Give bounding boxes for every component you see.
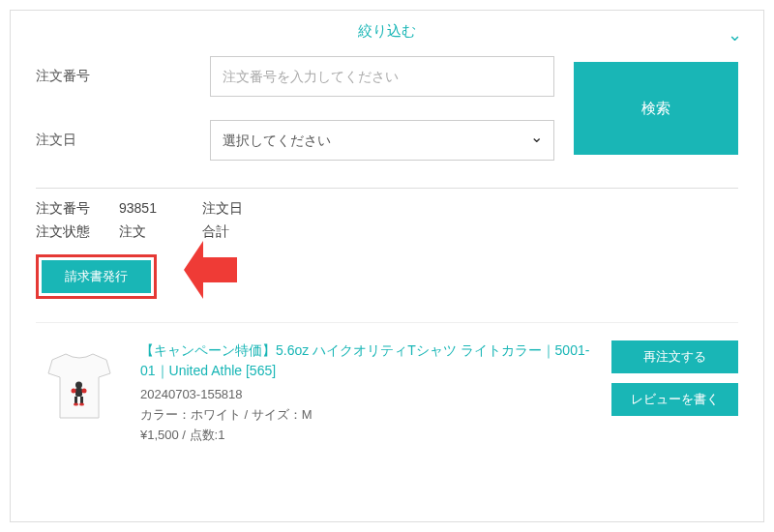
svg-point-7 <box>74 403 78 406</box>
order-date-meta-value <box>285 200 363 218</box>
order-number-meta-value: 93851 <box>119 200 196 218</box>
svg-point-4 <box>82 389 87 394</box>
svg-point-8 <box>79 403 84 406</box>
item-actions: 再注文する レビューを書く <box>611 340 738 416</box>
svg-point-3 <box>72 389 76 394</box>
search-button[interactable]: 検索 <box>574 62 738 155</box>
svg-rect-5 <box>74 397 77 403</box>
item-spec: カラー：ホワイト / サイズ：M <box>140 405 594 426</box>
item-price-qty: ¥1,500 / 点数:1 <box>140 426 594 446</box>
order-date-label: 注文日 <box>36 132 191 149</box>
order-date-select[interactable]: 選択してください <box>210 120 554 161</box>
reorder-button[interactable]: 再注文する <box>611 340 738 373</box>
invoice-button[interactable]: 請求書発行 <box>42 260 151 293</box>
svg-point-1 <box>75 382 82 389</box>
review-button[interactable]: レビューを書く <box>611 383 738 416</box>
divider <box>36 188 738 189</box>
order-meta: 注文番号 93851 注文日 注文状態 注文 合計 <box>11 200 763 254</box>
order-number-meta-label: 注文番号 <box>36 200 113 218</box>
svg-rect-2 <box>75 388 82 397</box>
item-title-link[interactable]: 【キャンペーン特価】5.6oz ハイクオリティTシャツ ライトカラー｜5001-… <box>140 340 594 381</box>
svg-rect-6 <box>80 397 83 403</box>
order-item: 【キャンペーン特価】5.6oz ハイクオリティTシャツ ライトカラー｜5001-… <box>11 340 763 445</box>
divider <box>36 322 738 323</box>
filter-title: 絞り込む <box>358 22 416 39</box>
order-number-label: 注文番号 <box>36 68 191 85</box>
total-meta-value <box>285 223 363 241</box>
order-number-input[interactable] <box>210 56 554 97</box>
filter-header: 絞り込む ⌄ <box>11 11 763 46</box>
invoice-section: 請求書発行 <box>11 254 763 316</box>
status-meta-value: 注文 <box>119 223 196 241</box>
filter-form: 注文番号 検索 注文日 選択してください <box>11 46 763 184</box>
order-date-meta-label: 注文日 <box>202 200 280 218</box>
highlight-box: 請求書発行 <box>36 254 157 299</box>
total-meta-label: 合計 <box>202 223 280 241</box>
item-info: 【キャンペーン特価】5.6oz ハイクオリティTシャツ ライトカラー｜5001-… <box>140 340 594 445</box>
item-code: 20240703-155818 <box>140 385 594 405</box>
product-thumbnail <box>36 340 123 428</box>
chevron-down-icon[interactable]: ⌄ <box>728 24 742 45</box>
status-meta-label: 注文状態 <box>36 223 113 241</box>
